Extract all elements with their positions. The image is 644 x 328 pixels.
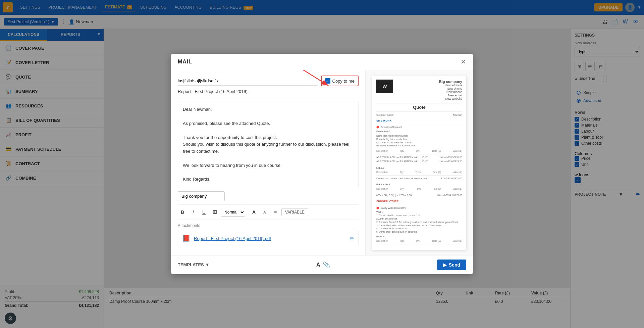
company-field-row bbox=[178, 191, 359, 201]
send-button[interactable]: ▶ Send bbox=[437, 260, 466, 270]
doc-company-info: Big company New address New phone New mo… bbox=[439, 80, 462, 100]
pdf-icon: 📕 bbox=[182, 234, 191, 242]
modal-overlay: MAIL ✕ ✓ Copy to me bbox=[0, 0, 644, 328]
body-line2: As promised, please see the attached Quo… bbox=[183, 120, 354, 127]
bold-button[interactable]: B bbox=[178, 207, 187, 217]
underline-button[interactable]: U bbox=[199, 207, 209, 217]
email-body: Dear Newman, As promised, please see the… bbox=[178, 101, 359, 188]
align-button[interactable]: ≡ bbox=[271, 207, 280, 217]
body-line6: Kind Regards, bbox=[183, 176, 354, 183]
doc-section-title: SITE WORK bbox=[376, 119, 462, 123]
image-button[interactable]: 🖼 bbox=[210, 207, 219, 217]
copy-to-me-checkbox[interactable]: ✓ Copy to me bbox=[321, 76, 359, 86]
modal-body: ✓ Copy to me bbox=[171, 70, 473, 255]
font-size-button[interactable]: A bbox=[260, 207, 269, 217]
copy-checkbox-check: ✓ bbox=[325, 78, 330, 84]
subject-input[interactable] bbox=[178, 89, 359, 94]
font-color-footer-icon[interactable]: A bbox=[316, 262, 320, 268]
modal-close-button[interactable]: ✕ bbox=[461, 58, 466, 65]
italic-button[interactable]: I bbox=[189, 207, 198, 217]
doc-logo: W bbox=[376, 80, 393, 93]
body-line3: Thank you for the opportunity to cost th… bbox=[183, 134, 354, 141]
attachment-edit-icon[interactable]: ✏ bbox=[350, 235, 354, 242]
doc-title: Quote bbox=[376, 103, 462, 111]
modal-header: MAIL ✕ bbox=[171, 54, 473, 70]
modal-title: MAIL bbox=[178, 59, 192, 65]
style-select[interactable]: Normal bbox=[221, 208, 245, 217]
mail-modal: MAIL ✕ ✓ Copy to me bbox=[171, 54, 473, 274]
footer-icons: A 📎 bbox=[316, 261, 330, 269]
subject-row bbox=[178, 89, 359, 97]
modal-footer: TEMPLATES ▼ A 📎 ▶ Send bbox=[171, 255, 473, 274]
templates-button[interactable]: TEMPLATES ▼ bbox=[178, 262, 210, 267]
variable-button[interactable]: VARIABLE bbox=[281, 208, 308, 216]
email-to-row: ✓ Copy to me bbox=[178, 76, 359, 86]
body-line4: Should you wish to discuss this quote or… bbox=[183, 141, 354, 155]
attachment-link[interactable]: Report - First Project (16 April 2019).p… bbox=[194, 236, 346, 241]
company-input[interactable] bbox=[178, 191, 225, 201]
body-greeting: Dear Newman, bbox=[183, 106, 354, 113]
attachment-clip-icon[interactable]: 📎 bbox=[323, 261, 330, 269]
body-line5: We look forward to hearing from you in d… bbox=[183, 162, 354, 169]
doc-body: Customer name: Newman SITE WORK 🔴 Demoli… bbox=[376, 113, 462, 244]
attachment-item: 📕 Report - First Project (16 April 2019)… bbox=[178, 231, 359, 246]
font-color-button[interactable]: A bbox=[249, 207, 259, 217]
document-preview: W Big company New address New phone New … bbox=[372, 76, 466, 249]
format-toolbar: B I U 🖼 Normal A A ≡ VARIABLE bbox=[178, 204, 359, 220]
copy-to-me-label: Copy to me bbox=[332, 79, 355, 84]
attachments-label: Attachments bbox=[178, 223, 359, 228]
modal-right-panel: W Big company New address New phone New … bbox=[366, 70, 473, 255]
modal-left-panel: ✓ Copy to me bbox=[171, 70, 366, 255]
email-to-input[interactable] bbox=[178, 76, 318, 86]
